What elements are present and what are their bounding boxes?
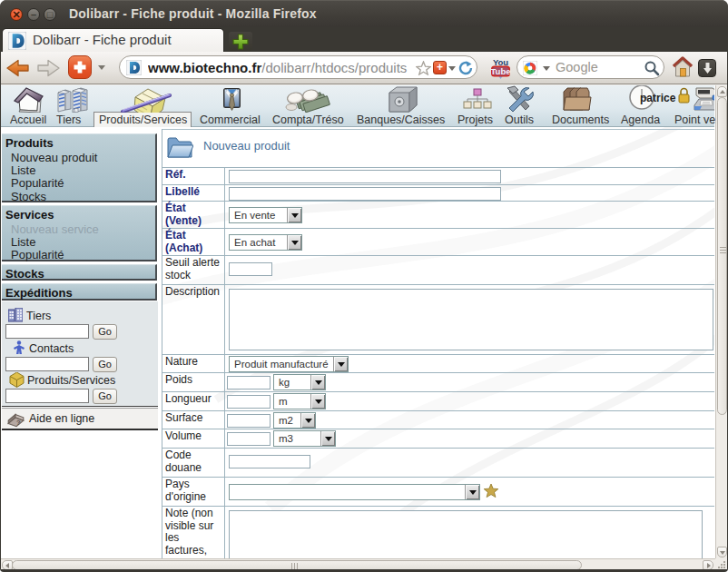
svg-text:You: You xyxy=(493,57,508,67)
svg-text:Tube: Tube xyxy=(491,66,511,76)
svg-text:?: ? xyxy=(16,419,21,427)
svg-text:patrice: patrice xyxy=(640,92,676,104)
